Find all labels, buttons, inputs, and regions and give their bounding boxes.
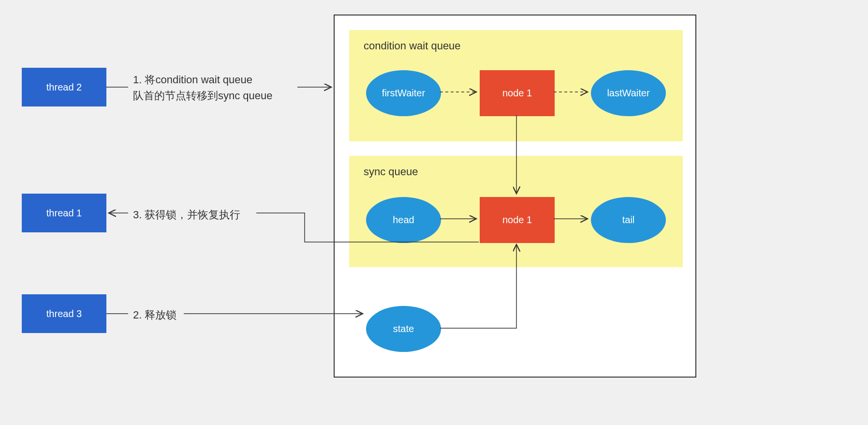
main-container: condition wait queue sync queue firstWai… [334, 15, 696, 378]
step1-label: 1. 将condition wait queue 队首的节点转移到sync qu… [133, 72, 273, 104]
condition-queue-title: condition wait queue [364, 40, 461, 52]
tail-label: tail [622, 214, 635, 226]
head-node: head [366, 197, 441, 243]
sync-queue-title: sync queue [364, 166, 418, 178]
thread-1-label: thread 1 [46, 208, 82, 219]
node1-bottom: node 1 [480, 197, 555, 243]
step2-label: 2. 释放锁 [133, 307, 177, 323]
last-waiter-label: lastWaiter [607, 88, 649, 99]
thread-3-label: thread 3 [46, 308, 82, 319]
last-waiter-node: lastWaiter [591, 70, 666, 116]
state-label: state [393, 323, 414, 334]
step3-label: 3. 获得锁，并恢复执行 [133, 207, 240, 223]
thread-1-box: thread 1 [22, 194, 106, 232]
node1-top-label: node 1 [502, 88, 532, 99]
thread-2-label: thread 2 [46, 82, 82, 93]
tail-node: tail [591, 197, 666, 243]
state-node: state [366, 306, 441, 352]
first-waiter-node: firstWaiter [366, 70, 441, 116]
node1-bottom-label: node 1 [502, 214, 532, 226]
thread-3-box: thread 3 [22, 294, 106, 333]
first-waiter-label: firstWaiter [382, 88, 425, 99]
head-label: head [393, 214, 414, 226]
thread-2-box: thread 2 [22, 68, 106, 106]
node1-top: node 1 [480, 70, 555, 116]
